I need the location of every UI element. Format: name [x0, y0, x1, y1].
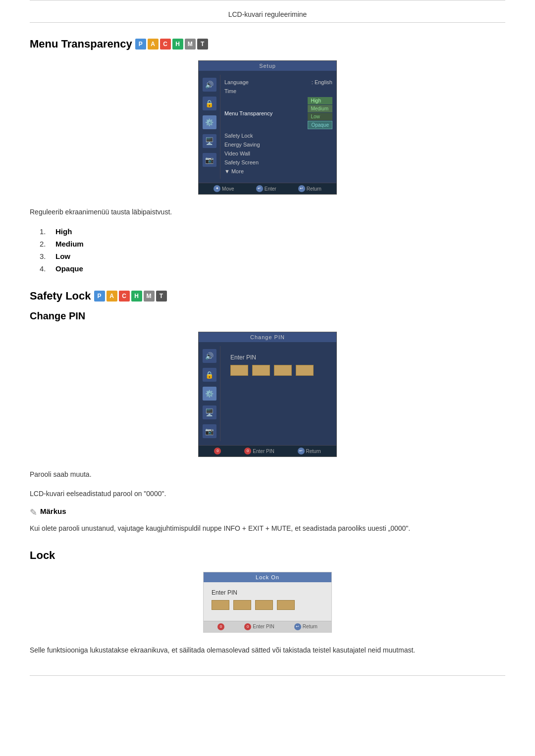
sim-sidebar: 🔊 🔒 ⚙️ 🖥️ 📷 [199, 75, 220, 179]
list-item-low: 3. Low [30, 250, 505, 262]
setup-screen-screenshot: Setup 🔊 🔒 ⚙️ 🖥️ 📷 Language : English Tim… [30, 60, 505, 195]
sim-icon-sound: 🔊 [203, 78, 216, 92]
sim-footer-return: ↩ Return [298, 185, 321, 192]
sim-row-more: ▼ More [224, 167, 332, 176]
sim-label-safety-screen: Safety Screen [224, 159, 259, 165]
list-item-opaque: 4. Opaque [30, 262, 505, 275]
sim-label-video-wall: Video Wall [224, 151, 250, 156]
sim-label-time: Time [224, 88, 236, 94]
badge-m: M [185, 39, 196, 50]
note-box: ✎ Märkus [30, 507, 505, 518]
badge-t: T [197, 39, 208, 50]
change-pin-description2: LCD-kuvari eelseadistatud parool on "000… [30, 488, 505, 499]
safety-lock-badges: P A C H M T [94, 291, 167, 302]
pin-boxes [230, 365, 326, 376]
sim-opt-high: High [308, 97, 332, 104]
lock-foot-icon-0b: 0 [244, 623, 251, 630]
sim-change-pin-screen: Change PIN 🔊 🔒 ⚙️ 🖥️ 📷 Enter PIN [198, 332, 337, 457]
note-edit-icon: ✎ [30, 507, 37, 518]
sim-row-safety-screen: Safety Screen [224, 158, 332, 167]
badge-p: P [135, 39, 146, 50]
sim-footer-move: ✦ Move [214, 185, 234, 192]
lock-foot-item-return: ↩ Return [294, 623, 318, 630]
pin-box-3 [274, 365, 292, 376]
lock-pin-box-4 [277, 600, 295, 610]
badge-a: A [148, 39, 159, 50]
sl-badge-a: A [107, 291, 117, 302]
sim-row-safety-lock: Safety Lock [224, 131, 332, 140]
sim-icon-display: 🖥️ [203, 134, 216, 148]
sim-footer-enter: ↵ Enter [256, 185, 276, 192]
sl-badge-p: P [94, 291, 105, 302]
list-text-high: High [55, 227, 72, 236]
sim-value-language: : English [312, 79, 332, 85]
list-item-medium: 2. Medium [30, 238, 505, 250]
note-label: Märkus [40, 507, 66, 515]
lock-foot-icon-0a: 0 [217, 623, 224, 630]
sim-opt-medium: Medium [308, 105, 332, 112]
list-num-1: 1. [40, 227, 50, 236]
sim-pin-label-enter: Enter PIN [253, 449, 274, 454]
sim-row-time: Time [224, 87, 332, 96]
menu-transparency-section-header: Menu Transparency P A C H M T [30, 38, 505, 50]
sl-badge-t: T [156, 291, 167, 302]
sim-lock-titlebar: Lock On [204, 572, 331, 582]
sim-pin-icon-display: 🖥️ [203, 405, 216, 419]
sim-foot-label-move: Move [222, 186, 234, 192]
sim-label-menu-transparency: Menu Transparency [224, 110, 272, 116]
sl-badge-h: H [131, 291, 142, 302]
lock-section-header: Lock [30, 549, 505, 562]
safety-lock-title: Safety Lock [30, 290, 91, 302]
list-num-2: 2. [40, 240, 50, 248]
note-description: Kui olete parooli unustanud, vajutage ka… [30, 523, 505, 534]
sim-change-pin-titlebar: Change PIN [199, 332, 336, 342]
sim-lock-screen: Lock On Enter PIN 0 0 Enter PIN [203, 572, 332, 633]
safety-lock-section-header: Safety Lock P A C H M T [30, 290, 505, 302]
sim-row-language: Language : English [224, 78, 332, 87]
sim-icon-settings: ⚙️ [203, 115, 216, 129]
list-text-medium: Medium [55, 240, 84, 248]
sim-pin-footer-num2: 0 Enter PIN [244, 448, 274, 454]
sim-pin-content: Enter PIN [220, 346, 336, 441]
lock-pin-boxes [212, 600, 323, 610]
sim-pin-sidebar: 🔊 🔒 ⚙️ 🖥️ 📷 [199, 346, 220, 441]
badge-h: H [172, 39, 183, 50]
sim-pin-footer-num1: 0 [214, 448, 221, 454]
sim-pin-icon-return: ↩ [298, 448, 305, 454]
page-title: LCD-kuvari reguleerimine [30, 4, 505, 23]
pin-box-1 [230, 365, 248, 376]
sim-pin-icon-camera: 📷 [203, 424, 216, 438]
sim-dropdown-transparency: High Medium Low Opaque [308, 97, 332, 130]
sim-setup-screen: Setup 🔊 🔒 ⚙️ 🖥️ 📷 Language : English Tim… [198, 60, 337, 195]
lock-pin-box-3 [255, 600, 273, 610]
menu-transparency-title: Menu Transparency [30, 38, 132, 50]
sim-opt-opaque: Opaque [308, 121, 332, 129]
pin-label: Enter PIN [230, 354, 326, 361]
sim-label-language: Language [224, 79, 249, 85]
change-pin-screenshot: Change PIN 🔊 🔒 ⚙️ 🖥️ 📷 Enter PIN [30, 332, 505, 457]
sim-lock-body: Enter PIN [204, 582, 331, 621]
sim-foot-label-return: Return [307, 186, 321, 192]
sim-pin-label-return: Return [306, 449, 321, 454]
badge-c: C [160, 39, 171, 50]
sim-pin-icon-sound: 🔊 [203, 349, 216, 363]
sim-foot-icon-return: ↩ [298, 185, 305, 192]
transparency-option-list: 1. High 2. Medium 3. Low 4. Opaque [30, 225, 505, 275]
lock-screen-screenshot: Lock On Enter PIN 0 0 Enter PIN [30, 572, 505, 633]
list-num-3: 3. [40, 252, 50, 260]
lock-foot-item-0a: 0 [217, 623, 224, 630]
sim-label-energy-saving: Energy Saving [224, 142, 260, 148]
sim-footer: ✦ Move ↵ Enter ↩ Return [199, 183, 336, 194]
sim-lock-footer: 0 0 Enter PIN ↩ Return [204, 621, 331, 632]
change-pin-description1: Parooli saab muuta. [30, 469, 505, 480]
sim-row-energy-saving: Energy Saving [224, 140, 332, 149]
list-item-high: 1. High [30, 225, 505, 238]
lock-foot-label-enter: Enter PIN [253, 624, 274, 629]
sl-badge-m: M [144, 291, 155, 302]
sim-icon-lock: 🔒 [203, 97, 216, 110]
lock-foot-label-return: Return [303, 624, 318, 629]
list-text-low: Low [55, 252, 70, 260]
sim-foot-icon-enter: ↵ [256, 185, 263, 192]
sim-foot-label-enter: Enter [265, 186, 276, 192]
sim-row-menu-transparency: Menu Transparency High Medium Low Opaque [224, 96, 332, 131]
